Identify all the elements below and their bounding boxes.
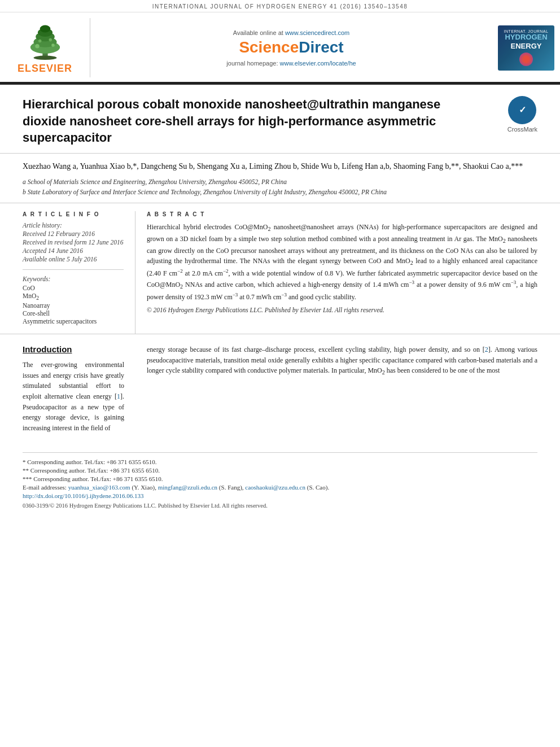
footnote-3: *** Corresponding author. Tel./fax: +86 …: [23, 475, 537, 482]
issn-line: 0360-3199/© 2016 Hydrogen Energy Publica…: [23, 503, 537, 509]
introduction-title: Introduction: [23, 344, 124, 354]
article-history: Article history: Received 12 February 20…: [23, 222, 124, 263]
crossmark-label: CrossMark: [508, 126, 537, 133]
abstract-text: Hierarchical hybrid electrodes CoO@MnO2 …: [147, 222, 537, 302]
title-section: Hierarchical porous cobalt monoxide nano…: [0, 85, 560, 154]
svg-text:✓: ✓: [519, 105, 526, 115]
email-3-name: (S. Cao).: [307, 484, 329, 491]
abstract-col: A B S T R A C T Hierarchical hybrid elec…: [135, 211, 560, 334]
journal-cover-graphic: [519, 53, 533, 66]
email-label: E-mail addresses:: [23, 484, 67, 491]
email-1[interactable]: yuanhua_xiao@163.com: [68, 484, 130, 491]
email-2-name: (S. Fang),: [219, 484, 244, 491]
footer-notes: * Corresponding author. Tel./fax: +86 37…: [23, 452, 537, 509]
history-label: Article history:: [23, 222, 124, 229]
email-1-name: (Y. Xiao),: [132, 484, 156, 491]
authors-line: Xuezhao Wang a, Yuanhua Xiao b,*, Dangch…: [23, 160, 537, 173]
ref-2[interactable]: 2: [485, 346, 488, 353]
journal-cover-energy: ENERGY: [511, 42, 542, 50]
authors-text: Xuezhao Wang a, Yuanhua Xiao b,*, Dangch…: [23, 162, 523, 171]
authors-section: Xuezhao Wang a, Yuanhua Xiao b,*, Dangch…: [0, 154, 560, 203]
intro-left-text: The ever-growing environmental issues an…: [23, 360, 124, 433]
accepted-date: Accepted 14 June 2016: [23, 247, 124, 254]
svg-point-10: [49, 38, 52, 42]
journal-citation: International Journal of Hydrogen Energy…: [152, 3, 408, 10]
intro-right-col: energy storage because of its fast charg…: [135, 344, 560, 441]
email-addresses: E-mail addresses: yuanhua_xiao@163.com (…: [23, 484, 537, 491]
svg-point-1: [33, 56, 56, 60]
svg-point-7: [35, 44, 39, 48]
revised-date: Received in revised form 12 June 2016: [23, 239, 124, 246]
journal-homepage: journal homepage: www.elsevier.com/locat…: [226, 60, 356, 67]
email-3[interactable]: caoshaokui@zzu.edu.cn: [245, 484, 305, 491]
affiliations: a School of Materials Science and Engine…: [23, 177, 537, 197]
available-online-text: Available online at www.sciencedirect.co…: [233, 29, 349, 36]
elsevier-label: ELSEVIER: [18, 63, 72, 75]
elsevier-tree-icon: [23, 21, 68, 60]
svg-point-6: [40, 25, 50, 32]
abstract-label: A B S T R A C T: [147, 211, 537, 217]
ref-1[interactable]: 1: [117, 392, 120, 400]
article-title: Hierarchical porous cobalt monoxide nano…: [23, 96, 452, 146]
journal-cover: INTERNAT. JOURNAL HYDROGEN ENERGY: [498, 25, 554, 71]
keyword-4: Core-shell: [23, 310, 124, 317]
keyword-5: Asymmetric supercapacitors: [23, 318, 124, 325]
history-divider: [23, 269, 124, 270]
intro-right-text: energy storage because of its fast charg…: [147, 344, 537, 377]
keyword-2: MnO2: [23, 292, 124, 301]
keywords-label: Keywords:: [23, 276, 124, 282]
doi-link[interactable]: http://dx.doi.org/10.1016/j.ijhydene.201…: [23, 492, 144, 499]
article-info-label: A R T I C L E I N F O: [23, 211, 124, 217]
elsevier-logo: ELSEVIER: [18, 21, 72, 75]
doi-line: http://dx.doi.org/10.1016/j.ijhydene.201…: [23, 492, 537, 499]
introduction-section: Introduction The ever-growing environmen…: [0, 334, 560, 441]
footnote-2: ** Corresponding author. Tel./fax: +86 3…: [23, 467, 537, 474]
article-page: International Journal of Hydrogen Energy…: [0, 0, 560, 747]
footnote-1: * Corresponding author. Tel./fax: +86 37…: [23, 458, 537, 465]
copyright-text: © 2016 Hydrogen Energy Publications LLC.…: [147, 307, 537, 313]
journal-cover-hydrogen: HYDROGEN: [505, 33, 547, 41]
sciencedirect-url[interactable]: www.sciencedirect.com: [285, 29, 349, 36]
brand-science: Science: [239, 38, 299, 56]
received-date: Received 12 February 2016: [23, 230, 124, 237]
crossmark-icon: ✓: [508, 96, 536, 124]
affil-a: a School of Materials Science and Engine…: [23, 177, 537, 187]
keyword-3: Nanoarray: [23, 302, 124, 309]
available-date: Available online 5 July 2016: [23, 256, 124, 263]
svg-point-8: [51, 43, 55, 47]
header-center: Available online at www.sciencedirect.co…: [90, 18, 492, 77]
email-2[interactable]: mingfang@zzuli.edu.cn: [158, 484, 217, 491]
article-info-col: A R T I C L E I N F O Article history: R…: [0, 211, 135, 334]
elsevier-logo-area: ELSEVIER: [0, 18, 90, 77]
crossmark-badge-area[interactable]: ✓ CrossMark: [508, 96, 537, 133]
article-info-abstract: A R T I C L E I N F O Article history: R…: [0, 203, 560, 334]
header-area: ELSEVIER Available online at www.science…: [0, 12, 560, 83]
keyword-1: CoO: [23, 285, 124, 291]
journal-cover-area: INTERNAT. JOURNAL HYDROGEN ENERGY: [492, 18, 560, 77]
sciencedirect-brand: ScienceDirect: [239, 38, 343, 56]
svg-point-9: [38, 40, 41, 43]
journal-url[interactable]: www.elsevier.com/locate/he: [280, 60, 356, 67]
brand-direct: Direct: [299, 38, 343, 56]
affil-b: b State Laboratory of Surface and Interf…: [23, 187, 537, 197]
intro-left-col: Introduction The ever-growing environmen…: [0, 344, 135, 441]
journal-header-bar: International Journal of Hydrogen Energy…: [0, 0, 560, 12]
